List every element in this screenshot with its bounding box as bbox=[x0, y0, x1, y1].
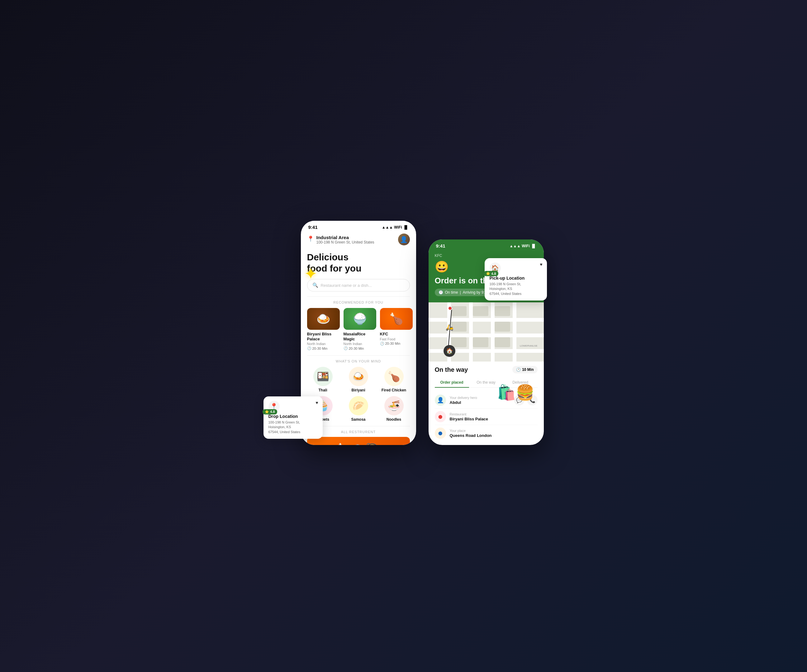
restaurant-label: Restaurant bbox=[450, 412, 538, 416]
order-wifi-icon: WiFi bbox=[522, 244, 530, 248]
star-decoration: ✦ bbox=[304, 264, 318, 283]
food-bag-icon: 🛍️🍔 bbox=[497, 384, 535, 402]
pickup-pin-icon: 🏠 ⭐ 4.8 bbox=[490, 262, 501, 274]
biryani-image bbox=[307, 308, 340, 330]
restaurant-text: Restaurant Biryani Bliss Palace bbox=[450, 412, 538, 421]
hero-title: Deliciousfood for you bbox=[301, 249, 416, 279]
restaurant-row: ⬤ Restaurant Biryani Bliss Palace bbox=[435, 408, 538, 425]
on-the-way-title: On the way bbox=[435, 366, 468, 373]
battery-icon: ▐▌ bbox=[403, 225, 408, 229]
thali-emoji: 🍱 bbox=[313, 367, 333, 386]
road-v4 bbox=[513, 302, 516, 362]
tab-order-placed[interactable]: Order placed bbox=[435, 378, 469, 388]
home-pin: 🏠 bbox=[443, 345, 455, 357]
clock-icon-2: 🕐 bbox=[344, 346, 348, 350]
divider-2 bbox=[307, 355, 410, 356]
on-time-text: On time bbox=[445, 290, 458, 295]
map-block-5 bbox=[495, 322, 510, 332]
rest-time-2: 🕐 20-30 Min bbox=[344, 346, 376, 350]
restaurant-scroll: Biryani Bliss Palace North Indian 🕐 20-3… bbox=[301, 308, 416, 355]
delivery-hero-icon: 👤 bbox=[435, 395, 446, 406]
pickup-location-title: Pick-up Location bbox=[490, 275, 542, 280]
tracking-header: On the way 🕐 10 Min bbox=[435, 366, 538, 373]
kfc-label: KFC bbox=[435, 254, 538, 258]
rest-name-3: KFC bbox=[380, 332, 413, 337]
drop-location-card: ♥ 📍 ⭐ 4.8 Drop Location 100-198 N Green … bbox=[264, 397, 323, 439]
clock-icon-1: 🕐 bbox=[307, 346, 311, 350]
biriyani-emoji: 🍛 bbox=[349, 367, 368, 386]
restaurant-card-masala[interactable]: MasalaRice Magic North Indian 🕐 20-30 Mi… bbox=[344, 308, 376, 350]
wifi-icon: WiFi bbox=[394, 225, 402, 229]
whats-on-mind-label: WHAT'S ON YOUR MIND bbox=[301, 359, 416, 363]
food-item-fried-chicken[interactable]: 🍗 Fired Chicken bbox=[378, 367, 410, 392]
clock-icon: 🕐 bbox=[438, 290, 443, 295]
signal-icon: ▲▲▲ bbox=[382, 225, 393, 229]
map-block-2 bbox=[473, 306, 488, 316]
search-icon: 🔍 bbox=[312, 282, 318, 288]
map-block-8 bbox=[495, 337, 510, 347]
road-h2 bbox=[428, 334, 544, 337]
samosa-label: Samosa bbox=[351, 417, 365, 421]
rest-name-1: Biryani Bliss Palace bbox=[307, 332, 340, 341]
map-block-7 bbox=[473, 337, 488, 347]
route-start-dot bbox=[448, 306, 452, 310]
drop-location-address: 100-198 N Green St,Hoisington, KS67544, … bbox=[269, 420, 318, 435]
food-item-noodles[interactable]: 🍜 Noodles bbox=[378, 396, 410, 421]
map-area: LOWERVAILSE 🛵 🏠 bbox=[428, 302, 544, 362]
location-address: 100-198 N Green St, United States bbox=[316, 240, 374, 244]
location-header: 📍 Industrial Area 100-198 N Green St, Un… bbox=[301, 232, 416, 249]
kfc-image bbox=[380, 308, 413, 330]
map-block-6 bbox=[451, 337, 467, 347]
divider-pipe: | bbox=[460, 290, 461, 295]
drop-pin-icon: 📍 ⭐ 4.8 bbox=[269, 401, 280, 412]
your-place-value: Queens Road London bbox=[450, 433, 538, 438]
location-info[interactable]: 📍 Industrial Area 100-198 N Green St, Un… bbox=[307, 235, 374, 244]
food-item-biriyani[interactable]: 🍛 Biriyani bbox=[343, 367, 374, 392]
time-badge-value: 10 Min bbox=[522, 367, 533, 372]
rest-cuisine-3: Fast Food bbox=[380, 337, 413, 341]
all-restaurants-preview: 🍗🍛🥘 bbox=[307, 437, 410, 445]
order-battery-icon: ▐▌ bbox=[531, 244, 536, 248]
road-h1 bbox=[428, 318, 544, 322]
app-scene: ✦ ♥ 📍 ⭐ 4.8 Drop Location 100-198 N Gree… bbox=[264, 214, 544, 458]
biriyani-label: Biriyani bbox=[351, 388, 365, 392]
road-v2 bbox=[469, 302, 473, 362]
user-avatar[interactable]: 👤 bbox=[398, 234, 410, 246]
order-status-icons: ▲▲▲ WiFi ▐▌ bbox=[510, 244, 536, 248]
search-placeholder: Restaurant name or a dish... bbox=[321, 283, 372, 288]
rider-icon: 🛵 bbox=[446, 324, 453, 331]
drop-location-title: Drop Location bbox=[269, 414, 318, 419]
order-time: 9:41 bbox=[436, 243, 445, 249]
noodles-label: Noodles bbox=[387, 417, 401, 421]
drop-rating-badge: ⭐ 4.8 bbox=[262, 409, 277, 415]
noodles-emoji: 🍜 bbox=[384, 396, 404, 415]
map-block-3 bbox=[495, 306, 510, 316]
food-item-samosa[interactable]: 🥟 Samosa bbox=[343, 396, 374, 421]
fried-chicken-emoji: 🍗 bbox=[384, 367, 404, 386]
pickup-location-address: 100-198 N Green St,Hoisington, KS67544, … bbox=[490, 282, 542, 296]
main-time: 9:41 bbox=[308, 224, 318, 230]
your-place-icon: ⬤ bbox=[435, 428, 446, 439]
rest-name-2: MasalaRice Magic bbox=[344, 332, 376, 341]
search-bar[interactable]: 🔍 Restaurant name or a dish... bbox=[307, 279, 410, 292]
restaurant-value: Biryani Bliss Palace bbox=[450, 416, 538, 421]
order-signal-icon: ▲▲▲ bbox=[510, 244, 521, 248]
restaurant-card-biryani[interactable]: Biryani Bliss Palace North Indian 🕐 20-3… bbox=[307, 308, 340, 350]
rest-cuisine-2: North Indian bbox=[344, 342, 376, 346]
masala-image bbox=[344, 308, 376, 330]
main-status-bar: 9:41 ▲▲▲ WiFi ▐▌ bbox=[301, 221, 416, 232]
heart-icon[interactable]: ♥ bbox=[315, 400, 318, 405]
food-item-thali[interactable]: 🍱 Thali bbox=[307, 367, 339, 392]
order-status-bar: 9:41 ▲▲▲ WiFi ▐▌ bbox=[428, 239, 544, 251]
map-block-1 bbox=[451, 306, 467, 316]
your-place-row: ⬤ Your place Queens Road London bbox=[435, 425, 538, 441]
rest-time-1: 🕐 20-30 Min bbox=[307, 346, 340, 350]
map-street-label: LOWERVAILSE bbox=[520, 344, 538, 347]
tracking-section: On the way 🕐 10 Min Order placed On the … bbox=[428, 362, 544, 445]
location-name: Industrial Area bbox=[316, 235, 374, 240]
time-badge: 🕐 10 Min bbox=[512, 366, 537, 373]
restaurant-icon: ⬤ bbox=[435, 411, 446, 422]
time-badge-clock: 🕐 bbox=[516, 367, 521, 372]
rest-time-3: 🕐 20-30 Min bbox=[380, 342, 413, 346]
restaurant-card-kfc[interactable]: KFC Fast Food 🕐 20-30 Min bbox=[380, 308, 413, 350]
